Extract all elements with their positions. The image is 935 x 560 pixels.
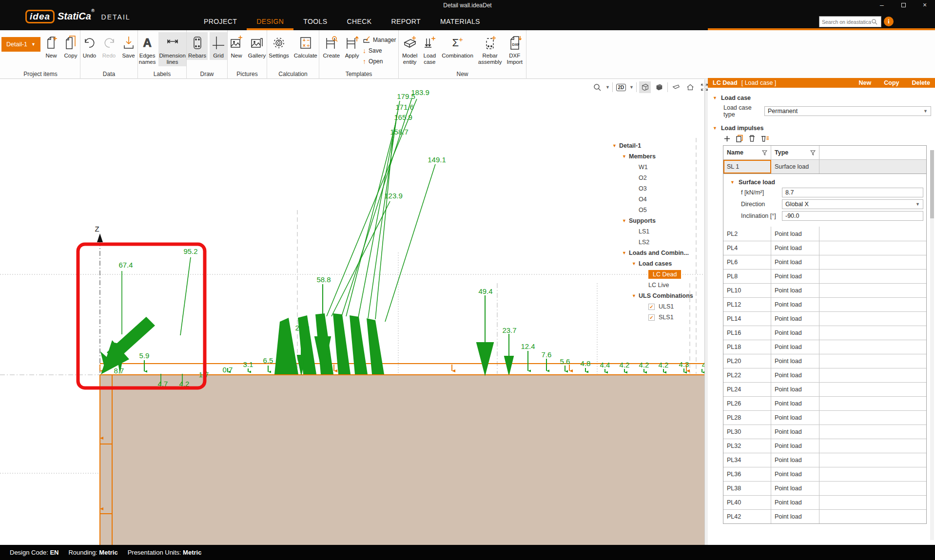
ribbon-button-combination[interactable]: Σ+Combination	[440, 32, 475, 60]
tab-report[interactable]: REPORT	[381, 15, 430, 30]
tree-item-uls1[interactable]: ✓ULS1	[604, 301, 704, 312]
ribbon-button-redo[interactable]: Redo	[100, 32, 118, 60]
chevron-down-icon[interactable]: ▼	[730, 180, 735, 185]
chevron-down-icon[interactable]: ▼	[622, 218, 629, 223]
impulse-row-pl34[interactable]: PL34Point load	[723, 453, 926, 467]
impulse-row-pl42[interactable]: PL42Point load	[723, 509, 926, 523]
ribbon-button-settings[interactable]: Settings	[267, 32, 291, 60]
panel-copy-button[interactable]: Copy	[884, 79, 899, 86]
ribbon-button-gallery[interactable]: Gallery	[247, 32, 267, 60]
tree-item-load-cases[interactable]: ▼Load cases	[604, 258, 704, 269]
chevron-down-icon[interactable]: ▼	[612, 143, 619, 148]
surface-load-section[interactable]: ▼ Surface load	[730, 179, 926, 186]
filter-icon[interactable]	[810, 150, 816, 155]
ribbon-button-load-case[interactable]: Load case	[421, 32, 438, 66]
tree-item-w1[interactable]: W1	[604, 162, 704, 173]
impulse-row-selected[interactable]: SL 1 Surface load	[723, 159, 926, 174]
impulse-row-pl2[interactable]: PL2Point load	[723, 227, 926, 241]
impulse-row-pl28[interactable]: PL28Point load	[723, 410, 926, 425]
filter-icon[interactable]	[762, 150, 767, 155]
checkbox-checked-icon[interactable]: ✓	[648, 304, 655, 310]
panel-delete-button[interactable]: Delete	[912, 79, 930, 86]
direction-select[interactable]: Global X▼	[782, 199, 923, 209]
tree-item-o5[interactable]: O5	[604, 205, 704, 215]
tree-item-sls1[interactable]: ✓SLS1	[604, 312, 704, 323]
chevron-down-icon[interactable]: ▼	[622, 154, 629, 159]
tree-item-ls2[interactable]: LS2	[604, 237, 704, 248]
impulse-row-pl16[interactable]: PL16Point load	[723, 326, 926, 340]
zoom-dropdown-icon[interactable]: ▼	[605, 85, 610, 90]
chevron-down-icon[interactable]: ▼	[713, 96, 717, 100]
add-impulse-icon[interactable]	[723, 135, 731, 142]
tab-materials[interactable]: MATERIALS	[430, 15, 490, 30]
model-canvas[interactable]: Z	[0, 79, 704, 545]
impulse-row-pl18[interactable]: PL18Point load	[723, 340, 926, 354]
impulse-row-pl14[interactable]: PL14Point load	[723, 311, 926, 326]
chevron-down-icon[interactable]: ▼	[622, 251, 629, 255]
impulse-row-pl8[interactable]: PL8Point load	[723, 269, 926, 283]
search-input[interactable]	[819, 19, 871, 25]
f-kn-m--input[interactable]: 8.7	[782, 188, 923, 197]
ribbon-button-rebars[interactable]: Rebars	[187, 32, 208, 60]
ribbon-button-rebar-assembly[interactable]: Rebar assembly	[477, 32, 504, 66]
panel-scrollbar[interactable]	[930, 150, 934, 540]
ribbon-button-save[interactable]: Save	[120, 32, 137, 60]
delete-impulse-icon[interactable]	[748, 135, 756, 142]
tab-design[interactable]: DESIGN	[247, 15, 293, 30]
impulse-row-pl30[interactable]: PL30Point load	[723, 425, 926, 439]
tree-item-loads-and-combin-[interactable]: ▼Loads and Combin...	[604, 248, 704, 258]
ribbon-button-new[interactable]: New	[42, 32, 60, 60]
tab-project[interactable]: PROJECT	[194, 15, 247, 30]
tree-item-ls1[interactable]: LS1	[604, 226, 704, 237]
inclination--input[interactable]: -90.0	[782, 211, 923, 221]
ribbon-button-model-entity[interactable]: Model entity	[401, 32, 419, 66]
ribbon-button-dimension-lines[interactable]: Dimension lines	[158, 32, 186, 66]
checkbox-checked-icon[interactable]: ✓	[648, 314, 655, 321]
tree-item-supports[interactable]: ▼Supports	[604, 215, 704, 226]
search-box[interactable]	[819, 16, 881, 27]
impulse-row-pl22[interactable]: PL22Point load	[723, 368, 926, 382]
tree-item-detail-1[interactable]: ▼Detail-1	[604, 140, 704, 151]
copy-impulse-icon[interactable]	[736, 135, 743, 142]
chevron-down-icon[interactable]: ▼	[713, 126, 717, 131]
load-case-section[interactable]: ▼ Load case	[713, 95, 935, 101]
tab-tools[interactable]: TOOLS	[293, 15, 337, 30]
tree-item-lc-dead[interactable]: LC Dead	[604, 269, 704, 280]
impulse-row-pl12[interactable]: PL12Point load	[723, 297, 926, 311]
close-button[interactable]: ×	[918, 1, 931, 9]
ribbon-button-edges-names[interactable]: AEdges names	[138, 32, 156, 66]
ribbon-button-manager[interactable]: Manager	[363, 35, 396, 45]
impulse-row-pl4[interactable]: PL4Point load	[723, 241, 926, 255]
tree-item-lc-live[interactable]: LC Live	[604, 280, 704, 290]
solid-view-icon[interactable]	[653, 81, 665, 93]
chevron-down-icon[interactable]: ▼	[632, 293, 639, 298]
ribbon-button-undo[interactable]: Undo	[81, 32, 98, 60]
impulse-row-pl36[interactable]: PL36Point load	[723, 467, 926, 481]
impulse-row-pl10[interactable]: PL10Point load	[723, 283, 926, 297]
ribbon-button-save[interactable]: ↓Save	[363, 46, 396, 56]
chevron-down-icon[interactable]: ▼	[632, 261, 639, 266]
search-icon[interactable]	[871, 19, 877, 25]
ribbon-button-new[interactable]: New	[228, 32, 245, 60]
minimize-button[interactable]: –	[876, 1, 888, 9]
wireframe-view-icon[interactable]	[639, 81, 651, 93]
home-view-icon[interactable]	[684, 81, 696, 93]
impulse-row-pl26[interactable]: PL26Point load	[723, 396, 926, 410]
ribbon-button-open[interactable]: ↑Open	[363, 57, 396, 66]
ribbon-button-create[interactable]: Create	[322, 32, 342, 60]
tree-item-o3[interactable]: O3	[604, 183, 704, 194]
tree-item-members[interactable]: ▼Members	[604, 151, 704, 162]
ribbon-button-apply[interactable]: Apply	[343, 32, 361, 60]
impulse-row-pl24[interactable]: PL24Point load	[723, 382, 926, 396]
zoom-tool-icon[interactable]	[591, 81, 603, 93]
tree-item-uls-combinations[interactable]: ▼ULS Combinations	[604, 290, 704, 301]
view-dropdown-icon[interactable]: ▼	[629, 85, 634, 90]
view-2d-button[interactable]: 2D	[615, 81, 627, 93]
delete-all-impulses-icon[interactable]	[760, 135, 769, 142]
impulse-row-pl6[interactable]: PL6Point load	[723, 255, 926, 269]
ribbon-button-calculate[interactable]: + −× ÷Calculate	[292, 32, 319, 60]
load-impulses-section[interactable]: ▼ Load impulses	[713, 125, 935, 132]
ribbon-button-dxf-import[interactable]: DXFDXF Import	[505, 32, 524, 66]
impulse-row-pl40[interactable]: PL40Point load	[723, 495, 926, 509]
impulse-row-pl38[interactable]: PL38Point load	[723, 481, 926, 495]
